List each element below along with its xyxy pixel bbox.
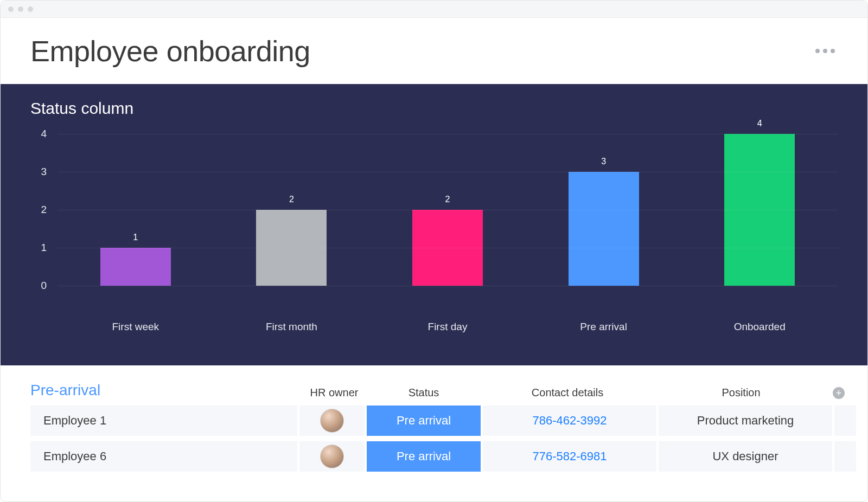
cell-hr-owner[interactable] bbox=[299, 406, 365, 436]
chart-title: Status column bbox=[30, 99, 838, 118]
table-row[interactable]: Employee 1Pre arrival786-462-3992Product… bbox=[30, 406, 838, 436]
x-tick-label: First month bbox=[214, 321, 370, 333]
page-title: Employee onboarding bbox=[30, 34, 310, 68]
table-header-row: Pre-arrival HR owner Status Contact deta… bbox=[30, 382, 838, 399]
chart-y-axis: 01234 bbox=[30, 134, 47, 286]
contact-link[interactable]: 786-462-3992 bbox=[532, 414, 607, 428]
x-tick-label: Onboarded bbox=[681, 321, 838, 333]
page-header: Employee onboarding bbox=[1, 18, 867, 84]
cell-contact[interactable]: 786-462-3992 bbox=[483, 406, 656, 436]
more-menu-button[interactable] bbox=[815, 49, 835, 53]
cell-status[interactable]: Pre arrival bbox=[367, 406, 481, 436]
bar-value-label: 4 bbox=[757, 119, 762, 128]
window-dot-icon bbox=[18, 7, 23, 12]
cell-extra bbox=[834, 406, 856, 436]
chart-area: 01234 12234 bbox=[30, 134, 838, 313]
column-header-status[interactable]: Status bbox=[367, 387, 481, 399]
bar-value-label: 1 bbox=[133, 233, 138, 242]
y-tick-label: 4 bbox=[41, 128, 47, 140]
cell-hr-owner[interactable] bbox=[299, 441, 365, 472]
avatar bbox=[320, 445, 344, 468]
status-chart-panel: Status column 01234 12234 First weekFirs… bbox=[1, 84, 867, 365]
chart-gridline bbox=[58, 134, 838, 134]
column-header-hr-owner[interactable]: HR owner bbox=[302, 387, 367, 399]
chart-gridline bbox=[58, 248, 838, 248]
cell-employee-name[interactable]: Employee 6 bbox=[30, 441, 297, 472]
chart-bar[interactable] bbox=[100, 248, 171, 286]
y-tick-label: 0 bbox=[41, 280, 47, 292]
ellipsis-icon bbox=[815, 49, 820, 53]
x-tick-label: First day bbox=[369, 321, 526, 333]
y-tick-label: 1 bbox=[41, 242, 47, 254]
chart-gridline bbox=[58, 210, 838, 210]
bar-value-label: 2 bbox=[445, 195, 450, 204]
table-row[interactable]: Employee 6Pre arrival776-582-6981UX desi… bbox=[30, 441, 838, 472]
column-header-contact[interactable]: Contact details bbox=[481, 387, 654, 399]
table-body: Employee 1Pre arrival786-462-3992Product… bbox=[30, 406, 838, 472]
chart-x-labels: First weekFirst monthFirst dayPre arriva… bbox=[58, 321, 838, 333]
ellipsis-icon bbox=[823, 49, 827, 53]
y-tick-label: 3 bbox=[41, 166, 47, 178]
add-column-button[interactable]: + bbox=[833, 387, 845, 399]
cell-extra bbox=[834, 441, 856, 472]
plus-icon: + bbox=[836, 388, 842, 398]
chart-gridline bbox=[58, 172, 838, 172]
chart-plot: 12234 bbox=[58, 134, 838, 286]
avatar bbox=[320, 409, 344, 433]
contact-link[interactable]: 776-582-6981 bbox=[532, 449, 607, 464]
chart-bar-slot: 1 bbox=[58, 248, 214, 286]
bar-value-label: 3 bbox=[601, 157, 606, 166]
window-dot-icon bbox=[28, 7, 33, 12]
chart-gridline bbox=[58, 286, 838, 286]
window-dot-icon bbox=[8, 7, 14, 12]
chart-bar[interactable] bbox=[569, 172, 639, 286]
cell-employee-name[interactable]: Employee 1 bbox=[30, 406, 297, 436]
y-tick-label: 2 bbox=[41, 204, 47, 216]
ellipsis-icon bbox=[831, 49, 835, 53]
column-header-position[interactable]: Position bbox=[654, 387, 828, 399]
cell-status[interactable]: Pre arrival bbox=[367, 441, 481, 472]
cell-position[interactable]: UX designer bbox=[659, 441, 832, 472]
window-titlebar bbox=[1, 1, 867, 18]
x-tick-label: First week bbox=[58, 321, 214, 333]
cell-position[interactable]: Product marketing bbox=[659, 406, 832, 436]
add-column: + bbox=[828, 387, 850, 399]
chart-bar-slot: 3 bbox=[526, 172, 682, 286]
bar-value-label: 2 bbox=[289, 195, 294, 204]
cell-contact[interactable]: 776-582-6981 bbox=[483, 441, 656, 472]
onboarding-table: Pre-arrival HR owner Status Contact deta… bbox=[1, 365, 867, 472]
x-tick-label: Pre arrival bbox=[526, 321, 682, 333]
group-title[interactable]: Pre-arrival bbox=[30, 382, 302, 399]
